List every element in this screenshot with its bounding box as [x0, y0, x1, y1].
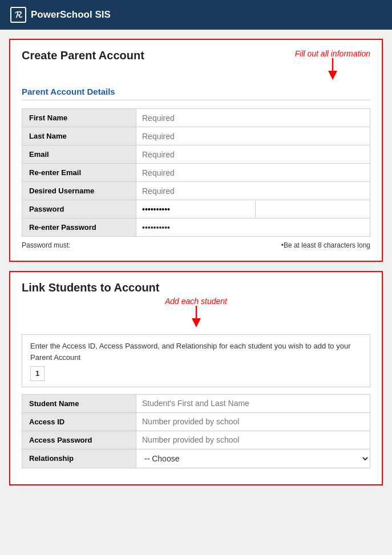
relationship-select[interactable]: -- Choose Mother Father Guardian Other: [136, 449, 370, 468]
password-input[interactable]: [136, 201, 255, 218]
parent-account-section: Create Parent Account Fill out all infor…: [9, 39, 383, 262]
student-name-row: Student Name: [22, 394, 370, 412]
parent-account-subtitle: Parent Account Details: [22, 87, 370, 100]
access-password-input[interactable]: [136, 431, 370, 448]
parent-account-form: First Name Last Name Email Re-enter Emai…: [22, 108, 370, 237]
reenter-email-row: Re-enter Email: [22, 164, 370, 182]
reenter-password-input[interactable]: [136, 219, 370, 236]
reenter-email-cell: [136, 164, 370, 182]
email-label: Email: [22, 145, 136, 164]
email-row: Email: [22, 145, 370, 164]
svg-marker-3: [192, 318, 201, 327]
app-header: 𝓡 PowerSchool SIS: [0, 0, 392, 30]
access-password-label: Access Password: [22, 431, 136, 449]
password-rules: Password must: •Be at least 8 characters…: [22, 241, 370, 249]
app-title: PowerSchool SIS: [31, 9, 111, 21]
fill-out-annotation: Fill out all information: [295, 49, 370, 58]
svg-marker-1: [328, 71, 337, 80]
main-content: Create Parent Account Fill out all infor…: [0, 30, 392, 495]
reenter-password-row: Re-enter Password: [22, 218, 370, 237]
add-student-arrow: [188, 306, 205, 329]
reenter-email-label: Re-enter Email: [22, 164, 136, 182]
add-each-student-label: Add each student: [165, 297, 227, 306]
first-name-cell: [136, 109, 370, 127]
first-name-row: First Name: [22, 109, 370, 127]
username-row: Desired Username: [22, 182, 370, 200]
student-name-label: Student Name: [22, 394, 136, 412]
first-name-label: First Name: [22, 109, 136, 127]
password-input-group: [136, 201, 370, 218]
powerschool-logo-icon: 𝓡: [10, 7, 26, 23]
last-name-row: Last Name: [22, 127, 370, 145]
link-students-title: Link Students to Account: [22, 281, 159, 294]
add-student-annotation-group: Add each student: [22, 297, 370, 329]
access-id-cell: [136, 412, 370, 431]
relationship-cell: -- Choose Mother Father Guardian Other: [136, 449, 370, 468]
student-name-cell: [136, 394, 370, 412]
relationship-row: Relationship -- Choose Mother Father Gua…: [22, 449, 370, 468]
link-students-section: Link Students to Account Add each studen…: [9, 271, 383, 485]
reenter-password-label: Re-enter Password: [22, 218, 136, 237]
email-cell: [136, 145, 370, 164]
password-must-label: Password must:: [22, 241, 70, 249]
student-number-badge: 1: [30, 366, 45, 381]
email-input[interactable]: [136, 146, 370, 163]
access-id-input[interactable]: [136, 413, 370, 430]
student-name-input[interactable]: [136, 395, 370, 412]
username-label: Desired Username: [22, 182, 136, 200]
link-students-form: Student Name Access ID Access Password R…: [22, 394, 370, 468]
access-password-row: Access Password: [22, 431, 370, 449]
link-section-header: Link Students to Account: [22, 281, 370, 297]
reenter-email-input[interactable]: [136, 164, 370, 181]
logo-container: 𝓡 PowerSchool SIS: [10, 7, 111, 23]
parent-account-title: Create Parent Account: [22, 49, 144, 62]
access-password-cell: [136, 431, 370, 449]
instruction-text: Enter the Access ID, Access Password, an…: [30, 342, 350, 362]
instruction-box: Enter the Access ID, Access Password, an…: [22, 334, 370, 387]
last-name-label: Last Name: [22, 127, 136, 145]
logo-letter: 𝓡: [15, 10, 22, 20]
reenter-password-cell: [136, 218, 370, 237]
first-name-input[interactable]: [136, 110, 370, 127]
last-name-cell: [136, 127, 370, 145]
password-label: Password: [22, 200, 136, 218]
access-id-row: Access ID: [22, 412, 370, 431]
password-confirm-input[interactable]: [255, 201, 370, 218]
relationship-label: Relationship: [22, 449, 136, 468]
password-row: Password: [22, 200, 370, 218]
username-input[interactable]: [136, 183, 370, 200]
access-id-label: Access ID: [22, 412, 136, 431]
fill-out-arrow: [324, 58, 341, 81]
password-cell: [136, 200, 370, 218]
last-name-input[interactable]: [136, 128, 370, 145]
password-rule-text: •Be at least 8 characters long: [281, 241, 370, 249]
username-cell: [136, 182, 370, 200]
section-header-row: Create Parent Account Fill out all infor…: [22, 49, 370, 81]
